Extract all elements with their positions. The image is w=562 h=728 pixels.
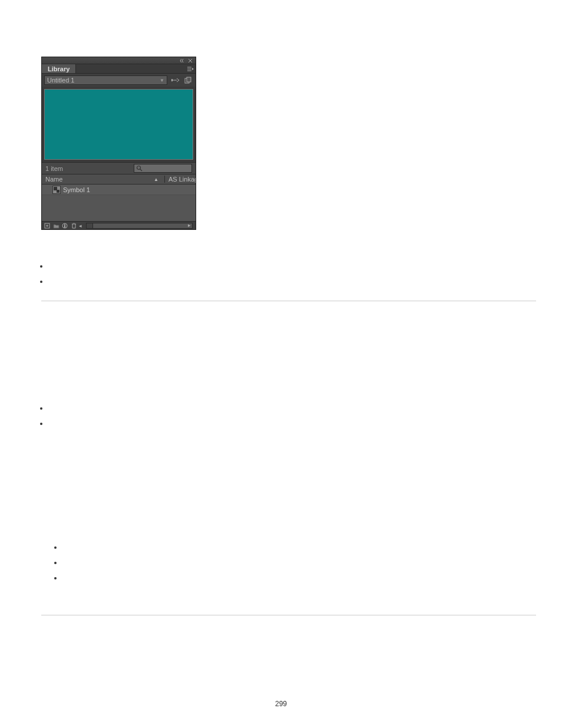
list-item: [62, 574, 536, 582]
library-footer-toolbar: ◂: [42, 221, 196, 229]
panel-tabbar: Library: [42, 64, 196, 74]
new-symbol-icon[interactable]: [44, 222, 51, 229]
collapse-icon[interactable]: [179, 58, 185, 64]
section-divider: [41, 615, 536, 615]
panel-menu-icon[interactable]: [185, 64, 196, 73]
pin-library-icon[interactable]: [170, 75, 180, 85]
panel-titlebar: [42, 57, 196, 64]
chevron-down-icon: ▼: [160, 78, 164, 83]
close-icon[interactable]: [187, 58, 193, 64]
horizontal-scrollbar[interactable]: [86, 223, 193, 229]
bullet-list-2: [45, 404, 536, 427]
item-count-row: 1 item: [42, 162, 196, 174]
search-icon: [136, 165, 143, 172]
document-name: Untitled 1: [47, 77, 74, 84]
properties-icon[interactable]: [61, 222, 68, 229]
library-panel: Library Untitled 1 ▼ 1 item: [41, 57, 196, 230]
section-divider: [41, 301, 536, 301]
item-count-label: 1 item: [45, 165, 128, 172]
delete-icon[interactable]: [70, 222, 77, 229]
library-column-headers: Name ▲ AS Linkag: [42, 174, 196, 185]
symbol-preview: [44, 89, 193, 160]
library-search-input[interactable]: [134, 164, 192, 173]
column-header-aslinkage[interactable]: AS Linkag: [165, 176, 196, 183]
svg-point-2: [137, 166, 141, 170]
document-selector-row: Untitled 1 ▼: [42, 74, 196, 87]
tab-library[interactable]: Library: [42, 64, 76, 73]
list-item-label: Symbol 1: [63, 186, 90, 193]
list-item: [48, 419, 536, 427]
list-item[interactable]: Symbol 1: [42, 185, 196, 195]
new-library-panel-icon[interactable]: [183, 75, 193, 85]
list-item: [48, 262, 536, 270]
svg-rect-6: [64, 224, 65, 225]
svg-rect-1: [187, 77, 191, 82]
bullet-list-3: [59, 543, 536, 582]
document-dropdown[interactable]: Untitled 1 ▼: [44, 75, 167, 85]
list-item: [62, 543, 536, 551]
library-item-list: Symbol 1: [42, 185, 196, 221]
list-item: [48, 404, 536, 412]
bullet-list-1: [45, 262, 536, 285]
new-folder-icon[interactable]: [52, 222, 59, 229]
list-item: [48, 277, 536, 285]
sort-ascending-icon: ▲: [154, 177, 161, 182]
svg-rect-5: [64, 225, 65, 228]
movieclip-icon: [52, 186, 61, 194]
scroll-left-icon[interactable]: ◂: [79, 223, 82, 229]
list-item: [62, 558, 536, 566]
page-number: 299: [0, 700, 562, 708]
column-header-name[interactable]: Name ▲: [42, 176, 165, 183]
